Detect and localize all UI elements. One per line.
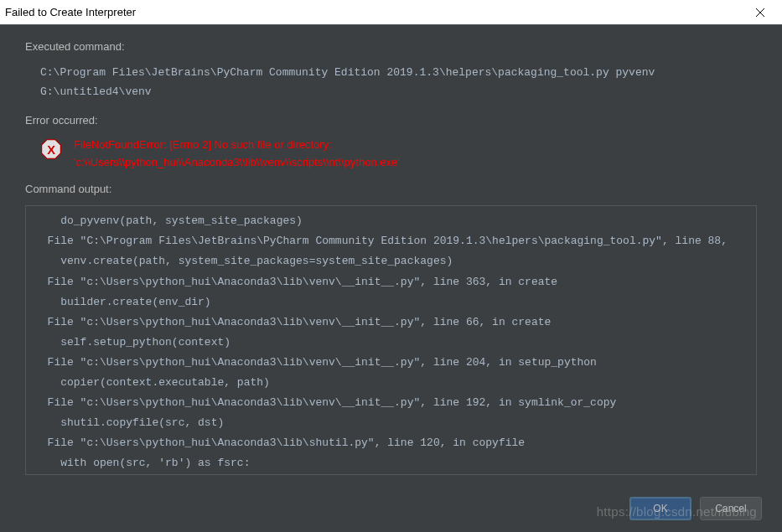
- window-title: Failed to Create Interpreter: [5, 6, 136, 18]
- error-icon: X: [40, 138, 62, 160]
- svg-text:X: X: [47, 142, 55, 156]
- cancel-button[interactable]: Cancel: [700, 497, 762, 520]
- error-line-1: FileNotFoundError: [Errno 2] No such fil…: [74, 137, 400, 154]
- executed-command-text: C:\Program Files\JetBrains\PyCharm Commu…: [25, 63, 757, 102]
- button-bar: OK Cancel: [629, 497, 762, 520]
- error-occurred-label: Error occurred:: [25, 114, 757, 127]
- command-output-label: Command output:: [25, 183, 757, 195]
- close-button[interactable]: [743, 1, 777, 24]
- close-icon: [755, 8, 765, 18]
- command-output-box[interactable]: do_pyvenv(path, system_site_packages) Fi…: [25, 205, 757, 475]
- dialog-content: Executed command: C:\Program Files\JetBr…: [0, 25, 782, 483]
- error-line-2: 'c:\\Users\\python_hui\\Anaconda3\\lib\\…: [74, 154, 400, 172]
- error-message: FileNotFoundError: [Errno 2] No such fil…: [74, 137, 400, 172]
- error-section: X FileNotFoundError: [Errno 2] No such f…: [25, 137, 757, 172]
- executed-command-label: Executed command:: [25, 40, 757, 53]
- title-bar: Failed to Create Interpreter: [0, 0, 782, 25]
- ok-button[interactable]: OK: [629, 497, 691, 520]
